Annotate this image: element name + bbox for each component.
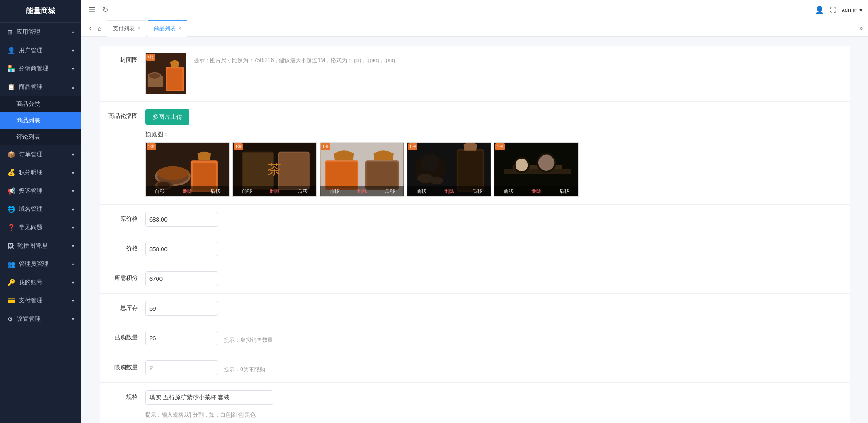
chevron-down-icon: ▾ — [72, 280, 74, 285]
account-icon: 🔑 — [7, 279, 15, 286]
preview-images: 1张 前移 删除 后移 — [145, 142, 850, 197]
refresh-button[interactable]: ↻ — [100, 4, 110, 16]
original-price-input[interactable] — [145, 212, 218, 227]
chevron-down-icon: ▾ — [72, 48, 74, 53]
sidebar-item-label: 我的账号 — [19, 278, 42, 286]
image-badge: 1张 — [234, 143, 243, 150]
price-control — [145, 242, 850, 256]
prev-button[interactable]: 前移 — [329, 188, 339, 195]
sidebar-item-placeholder[interactable]: ⊞ 应用管理 ▾ — [0, 23, 81, 41]
fullscreen-icon[interactable]: ⛶ — [830, 6, 836, 14]
banner-icon: 🖼 — [7, 242, 14, 249]
tab-left-arrow[interactable]: ‹ — [87, 25, 94, 32]
image-badge: 1张 — [321, 143, 330, 150]
chevron-down-icon: ▾ — [72, 30, 74, 35]
sidebar-item-settings[interactable]: ⚙ 设置管理 ▾ — [0, 310, 81, 328]
tab-payment-list[interactable]: 支付列表 × — [107, 20, 146, 37]
spec-input[interactable] — [145, 390, 273, 405]
svg-rect-27 — [458, 151, 483, 191]
sidebar-item-goods-mgmt[interactable]: 📋 商品管理 ▴ — [0, 78, 81, 96]
admin-dropdown-button[interactable]: admin ▾ — [842, 6, 863, 13]
sidebar-item-goods-list[interactable]: 商品列表 — [0, 112, 81, 129]
price-input[interactable] — [145, 242, 218, 256]
total-stock-input[interactable] — [145, 301, 218, 316]
order-icon: 📦 — [7, 151, 15, 158]
faq-icon: ❓ — [7, 224, 15, 231]
prev-button[interactable]: 前移 — [155, 188, 165, 195]
sidebar-item-faq[interactable]: ❓ 常见问题 ▾ — [0, 218, 81, 237]
tab-right-arrows[interactable]: » — [859, 25, 863, 32]
menu-toggle-button[interactable]: ☰ — [87, 4, 97, 16]
limit-label: 限购数量 — [100, 360, 145, 371]
sidebar-item-label: 商品管理 — [19, 83, 42, 91]
points-input[interactable] — [145, 271, 218, 286]
sidebar-item-label: 积分明细 — [19, 169, 42, 177]
sidebar-item-admin-mgmt[interactable]: 👥 管理员管理 ▾ — [0, 255, 81, 273]
preview-actions: 前移 删除 后移 — [146, 186, 229, 196]
sidebar-item-complaint[interactable]: 📢 投诉管理 ▾ — [0, 182, 81, 200]
tab-goods-list[interactable]: 商品列表 × — [148, 20, 187, 37]
admin-icon: 👥 — [7, 260, 15, 268]
admin-label: admin — [842, 6, 857, 13]
delete-button[interactable]: 删除 — [270, 188, 280, 195]
svg-point-36 — [516, 159, 528, 171]
tab-home-button[interactable]: ⌂ — [94, 25, 105, 32]
svg-rect-18 — [279, 153, 309, 189]
svg-point-38 — [538, 155, 554, 171]
sidebar-item-label: 轮播图管理 — [17, 242, 47, 250]
preview-actions: 前移 删除 后移 — [320, 186, 404, 196]
form-section: 封面图 1张 — [100, 46, 850, 423]
preview-item: 1张 前移 删除 后移 — [320, 142, 404, 197]
prev-button[interactable]: 前移 — [416, 188, 426, 195]
purchased-input[interactable] — [145, 331, 218, 345]
sidebar-item-my-account[interactable]: 🔑 我的账号 ▾ — [0, 273, 81, 291]
limit-input[interactable] — [145, 360, 218, 375]
next-button[interactable]: 后移 — [210, 188, 221, 195]
chevron-down-icon: ▾ — [72, 243, 74, 249]
price-label: 价格 — [100, 242, 145, 253]
sidebar-item-label: 用户管理 — [19, 46, 42, 54]
preview-actions: 前移 删除 后移 — [407, 186, 491, 196]
sidebar-item-goods-category[interactable]: 商品分类 — [0, 96, 81, 112]
sidebar-item-user-mgmt[interactable]: 👤 用户管理 ▾ — [0, 41, 81, 59]
sidebar: 能量商城 ⊞ 应用管理 ▾ 👤 用户管理 ▾ 🏪 分销商管理 ▾ 📋 商品管理 … — [0, 0, 81, 423]
delete-button[interactable]: 删除 — [444, 188, 454, 195]
cover-image-row: 封面图 1张 — [100, 46, 850, 102]
sidebar-item-banner[interactable]: 🖼 轮播图管理 ▾ — [0, 237, 81, 255]
original-price-control — [145, 212, 850, 227]
preview-item: 茶 1张 前移 删除 后移 — [232, 142, 317, 197]
cover-hint: 提示：图片尺寸比例为：750:216，建议最大不超过1M，格式为：.jpg，.j… — [194, 53, 395, 64]
sidebar-item-domain[interactable]: 🌐 域名管理 ▾ — [0, 200, 81, 218]
tab-close-icon[interactable]: × — [137, 26, 140, 31]
tab-close-icon[interactable]: × — [179, 26, 181, 31]
sidebar-item-points[interactable]: 💰 积分明细 ▾ — [0, 164, 81, 182]
next-button[interactable]: 后移 — [559, 188, 569, 195]
next-button[interactable]: 后移 — [298, 188, 308, 195]
sidebar-item-label: 域名管理 — [19, 205, 42, 213]
chevron-down-icon: ▾ — [72, 170, 74, 175]
original-price-label: 原价格 — [100, 212, 145, 223]
spec-row: 规格 提示：输入规格以'|'分割，如：白色|红色|黑色 — [100, 383, 850, 423]
chevron-down-icon: ▾ — [72, 262, 74, 267]
next-button[interactable]: 后移 — [472, 188, 482, 195]
delete-button[interactable]: 删除 — [531, 188, 542, 195]
image-badge: 1张 — [495, 143, 505, 150]
sidebar-item-label: 常见问题 — [19, 223, 42, 232]
limit-control: 提示：0为不限购 — [145, 360, 850, 375]
next-button[interactable]: 后移 — [385, 188, 395, 195]
sidebar-item-order-mgmt[interactable]: 📦 订单管理 ▾ — [0, 145, 81, 164]
preview-item: 1张 前移 删除 后移 — [407, 142, 491, 197]
prev-button[interactable]: 前移 — [242, 188, 252, 195]
image-badge: 1张 — [147, 143, 156, 150]
sidebar-item-review-list[interactable]: 评论列表 — [0, 129, 81, 145]
svg-point-9 — [157, 166, 189, 180]
sidebar-item-distributor-mgmt[interactable]: 🏪 分销商管理 ▾ — [0, 59, 81, 78]
sidebar-item-payment[interactable]: 💳 支付管理 ▾ — [0, 291, 81, 310]
upload-button[interactable]: 多图片上传 — [145, 109, 189, 125]
delete-button[interactable]: 删除 — [183, 188, 193, 195]
cover-image-container[interactable]: 1张 — [145, 53, 186, 94]
settings-icon: ⚙ — [7, 315, 13, 323]
prev-button[interactable]: 前移 — [504, 188, 514, 195]
svg-text:茶: 茶 — [268, 162, 281, 177]
delete-button[interactable]: 删除 — [357, 188, 367, 195]
